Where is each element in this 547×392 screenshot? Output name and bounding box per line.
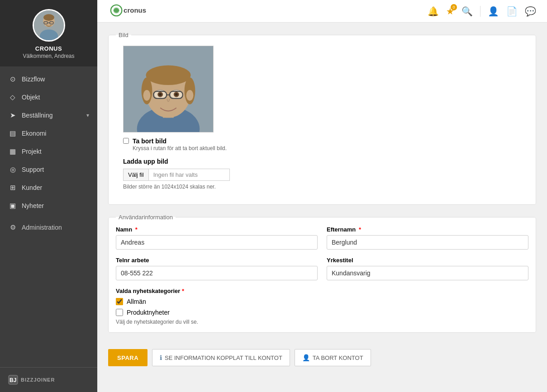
user-info-section: Användarinformation Namn * Efternamn * [108,214,536,333]
last-name-group: Efternamn * [327,226,528,250]
newspaper-icon: ▣ [8,201,17,210]
category-produktnyheter-item: Produktnyheter [116,309,528,316]
remove-image-label[interactable]: Ta bort bild [133,137,166,145]
category-produktnyheter-label[interactable]: Produktnyheter [127,309,170,316]
send-icon: ➤ [8,111,17,120]
svg-point-29 [143,90,151,101]
star-icon[interactable]: ★ 0 [446,6,454,17]
globe-icon: ⊙ [8,75,17,84]
upload-hint: Bilder större än 1024x1024 skalas ner. [123,184,521,190]
chevron-down-icon: ▾ [86,112,89,118]
bizzjoiner-logo-icon: BJ [8,375,18,385]
folder-icon: ▦ [8,147,17,156]
profile-photo [123,46,214,132]
sidebar-item-objekt[interactable]: ◇ Objekt [0,88,97,106]
bell-icon[interactable]: 🔔 [428,6,439,17]
phone-title-row: Telnr arbete Yrkestitel [116,257,528,280]
first-name-input[interactable] [116,235,318,250]
grid-icon: ⊞ [8,183,17,192]
user-info-body: Namn * Efternamn * Telnr arbete [116,221,528,325]
sidebar-nav: ⊙ Bizzflow ◇ Objekt ➤ Beställning ▾ ▤ Ek… [0,66,97,367]
checkbox-group: Allmän Produktnyheter [116,298,528,316]
news-categories-group: Valda nyhetskategorier * Allmän [116,288,528,325]
svg-point-25 [175,93,178,96]
profile-photo-svg [124,46,213,132]
category-produktnyheter-checkbox[interactable] [116,309,123,316]
sidebar-item-kunder[interactable]: ⊞ Kunder [0,179,97,197]
file-input-row: Välj fil Ingen fil har valts [123,169,521,181]
svg-point-3 [43,14,54,21]
news-required: * [182,288,184,294]
tag-icon: ◇ [8,93,17,102]
first-name-label: Namn * [116,226,318,233]
last-name-input[interactable] [327,235,528,250]
image-section: Bild [108,32,536,205]
user-remove-icon: 👤 [302,354,310,361]
user-info-legend: Användarinformation [116,214,176,221]
news-hint: Välj de nyhetskategorier du vill se. [116,319,528,325]
choose-file-button[interactable]: Välj fil [123,169,148,181]
remove-image-hint: Kryssa i rutan för att ta bort aktuell b… [133,145,227,151]
gear-icon: ⚙ [8,223,17,232]
remove-image-row: Ta bort bild Kryssa i rutan för att ta b… [123,137,521,151]
topbar-logo: cronus [108,4,153,19]
content-area: Bild [97,23,547,392]
news-label: Valda nyhetskategorier * [116,288,528,294]
sidebar-item-bizzflow[interactable]: ⊙ Bizzflow [0,70,97,88]
first-name-required: * [133,226,138,233]
svg-point-30 [186,90,194,101]
info-icon: ℹ [160,354,162,361]
category-allman-item: Allmän [116,298,528,305]
category-allman-checkbox[interactable] [116,298,123,305]
name-row: Namn * Efternamn * [116,226,528,250]
sidebar-company: CRONUS [35,45,62,52]
topbar-divider [480,6,480,17]
sidebar-item-projekt[interactable]: ▦ Projekt [0,142,97,161]
title-input[interactable] [327,266,528,280]
headset-icon: ◎ [8,165,17,174]
first-name-group: Namn * [116,226,318,250]
star-badge: 0 [451,4,457,10]
last-name-required: * [357,226,361,233]
category-allman-label[interactable]: Allmän [127,298,146,305]
chat-icon[interactable]: 💬 [525,6,536,17]
remove-image-checkbox[interactable] [123,138,129,144]
main-area: cronus 🔔 ★ 0 🔍 👤 📄 💬 [97,0,547,392]
title-group: Yrkestitel [327,257,528,280]
bizzjoiner-logo: BJ BIZZJOINER [8,375,55,385]
sidebar-welcome: Välkommen, Andreas [23,53,74,59]
image-section-legend: Bild [116,32,131,38]
document-icon[interactable]: 📄 [506,6,518,17]
cronus-logo-svg: cronus [108,4,153,17]
sidebar-footer: BJ BIZZJOINER [0,367,97,392]
image-card-body: Ta bort bild Kryssa i rutan för att ta b… [116,38,528,197]
sidebar-item-ekonomi[interactable]: ▤ Ekonomi [0,124,97,142]
search-icon[interactable]: 🔍 [461,6,473,17]
sidebar-header: CRONUS Välkommen, Andreas [0,0,97,66]
delete-account-button[interactable]: 👤 TA BORT KONTOT [295,349,371,366]
phone-group: Telnr arbete [116,257,318,280]
sidebar-item-support[interactable]: ◎ Support [0,161,97,179]
svg-text:cronus: cronus [124,6,146,14]
footer-buttons: SPARA ℹ SE INFORMATION KOPPLAT TILL KONT… [108,342,536,366]
file-icon: ▤ [8,129,17,138]
sidebar-item-bestallning[interactable]: ➤ Beställning ▾ [0,106,97,124]
svg-point-22 [159,93,162,96]
topbar: cronus 🔔 ★ 0 🔍 👤 📄 💬 [97,0,547,23]
avatar [33,9,65,42]
phone-label: Telnr arbete [116,257,318,264]
sidebar: CRONUS Välkommen, Andreas ⊙ Bizzflow ◇ O… [0,0,97,392]
save-button[interactable]: SPARA [108,349,147,366]
user-icon[interactable]: 👤 [488,6,499,17]
last-name-label: Efternamn * [327,226,528,233]
file-name-display: Ingen fil har valts [148,169,230,181]
upload-label: Ladda upp bild [123,158,521,165]
sidebar-item-administration[interactable]: ⚙ Administration [0,218,97,236]
sidebar-item-nyheter[interactable]: ▣ Nyheter [0,197,97,215]
title-label: Yrkestitel [327,257,528,264]
svg-text:BJ: BJ [10,377,16,383]
phone-input[interactable] [116,266,318,280]
info-button[interactable]: ℹ SE INFORMATION KOPPLAT TILL KONTOT [152,349,290,366]
